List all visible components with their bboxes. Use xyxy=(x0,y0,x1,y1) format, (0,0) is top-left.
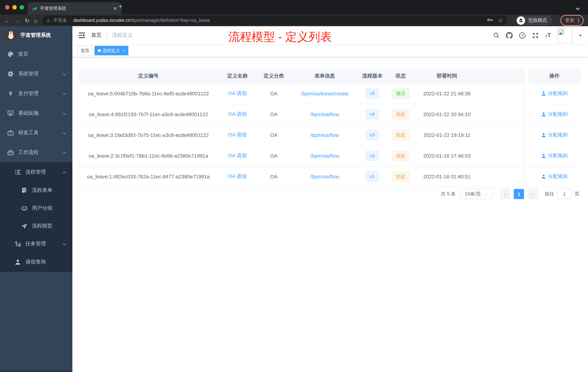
column-header: 部署时间 xyxy=(416,69,478,83)
column-header: 表单信息 xyxy=(290,69,359,83)
sidebar-item-system[interactable]: 系统管理 xyxy=(0,64,72,84)
sidebar-item-process-model[interactable]: 流程模型 xyxy=(0,217,72,235)
tab-close-icon[interactable]: ✕ xyxy=(113,6,117,11)
sidebar-item-process-management[interactable]: 流程管理 xyxy=(0,163,72,181)
sidebar-item-workflow[interactable]: 工作流程 xyxy=(0,143,72,162)
next-page-button[interactable]: › xyxy=(528,189,538,199)
window-controls[interactable] xyxy=(5,5,24,10)
github-icon[interactable] xyxy=(506,32,513,39)
assign-rule-button[interactable]: 分配规则 xyxy=(541,90,568,97)
back-icon[interactable]: ← xyxy=(4,18,10,23)
assign-rule-button[interactable]: 分配规则 xyxy=(541,173,568,180)
incognito-badge: 无痕模式 xyxy=(516,15,552,25)
sidebar-item-payment[interactable]: ¥ 支付管理 xyxy=(0,84,72,103)
tab-search-chevron-icon[interactable] xyxy=(576,5,580,12)
breadcrumb: 首页 / 流程定义 xyxy=(91,32,133,39)
sidebar-item-label: 系统管理 xyxy=(18,71,39,77)
definition-name-link[interactable]: OA 请假 xyxy=(228,132,247,138)
version-badge: v1 xyxy=(366,171,379,182)
app-logo[interactable]: 芋道管理系统 xyxy=(0,26,72,44)
version-cell: v4 xyxy=(359,104,386,125)
version-cell: v1 xyxy=(359,166,386,187)
paper-plane-icon xyxy=(21,223,28,229)
sidebar-item-label: 用户分组 xyxy=(32,205,52,211)
assign-rule-button[interactable]: 分配规则 xyxy=(541,132,568,138)
breadcrumb-home[interactable]: 首页 xyxy=(91,32,101,38)
sidebar-item-user-group[interactable]: 用户分组 xyxy=(0,199,72,217)
goto-page-input[interactable]: 1 xyxy=(557,189,572,199)
address-bar[interactable]: ⚠ 不安全 dashboard.yudao.iocoder.cn/bpm/man… xyxy=(42,16,507,25)
tag-close-icon[interactable]: × xyxy=(123,48,125,53)
action-cell: 分配规则 xyxy=(528,146,581,166)
sidebar-item-home[interactable]: 首页 xyxy=(0,44,72,64)
update-label[interactable]: 更新 xyxy=(565,17,575,24)
column-gutter xyxy=(524,69,528,83)
chevron-down-icon xyxy=(63,241,67,247)
form-info-cell: /bpm/oa/flow xyxy=(290,125,359,146)
bookmark-star-icon[interactable]: ☆ xyxy=(498,17,503,24)
form-info-link[interactable]: /bpm/oa/leave/create xyxy=(301,91,348,97)
help-icon[interactable]: ? xyxy=(519,32,526,39)
home-icon[interactable]: ⌂ xyxy=(34,18,37,23)
close-window-button[interactable] xyxy=(5,5,10,10)
prev-page-button[interactable]: ‹ xyxy=(500,189,510,199)
tab-title: 芋道管理系统 xyxy=(40,5,66,11)
form-info-link[interactable]: /bpm/oa/flow xyxy=(310,153,339,159)
form-info-link[interactable]: /bpm/oa/flow xyxy=(310,174,339,179)
annotation-title: 流程模型 - 定义列表 xyxy=(228,29,332,45)
favicon-seedling-icon xyxy=(32,6,37,11)
form-info-link[interactable]: /bpm/oa/flow xyxy=(310,111,339,117)
sidebar-collapse-icon[interactable] xyxy=(78,32,85,39)
gear-icon xyxy=(7,71,14,77)
column-spacer xyxy=(478,69,524,83)
chrome-update-button[interactable]: 更新 xyxy=(560,15,584,26)
fullscreen-icon[interactable] xyxy=(532,32,539,39)
row-spacer xyxy=(478,104,524,125)
current-page-button[interactable]: 1 xyxy=(514,189,524,199)
sidebar-item-process-form[interactable]: 流程表单 xyxy=(0,181,72,199)
browser-toolbar: ← → ↻ ⌂ ⚠ 不安全 dashboard.yudao.iocoder.cn… xyxy=(0,15,588,26)
form-info-cell: /bpm/oa/flow xyxy=(290,146,359,166)
sidebar-item-label: 首页 xyxy=(18,51,28,57)
goto-label: 前往 xyxy=(545,191,554,197)
new-tab-button[interactable]: + xyxy=(118,3,122,11)
sidebar-item-label: 请假查询 xyxy=(25,259,46,265)
minimize-window-button[interactable] xyxy=(12,5,17,10)
tag-home[interactable]: 首页 xyxy=(77,46,93,55)
avatar[interactable] xyxy=(557,28,572,43)
reload-icon[interactable]: ↻ xyxy=(25,18,29,23)
browser-menu-icon[interactable] xyxy=(578,18,579,23)
browser-tab[interactable]: 芋道管理系统 ✕ xyxy=(28,2,121,15)
form-info-link[interactable]: /bpm/oa/flow xyxy=(310,132,339,138)
definition-name-link[interactable]: OA 请假 xyxy=(228,153,247,159)
assign-rule-button[interactable]: 分配规则 xyxy=(541,153,568,159)
definition-name-cell: OA 请假 xyxy=(218,104,257,125)
sidebar-item-task-management[interactable]: 任务管理 xyxy=(0,235,72,253)
incognito-icon xyxy=(517,16,525,25)
browser-tabstrip: 芋道管理系统 ✕ + xyxy=(0,0,588,15)
zoom-window-button[interactable] xyxy=(20,5,24,10)
assign-rule-button[interactable]: 分配规则 xyxy=(541,111,568,118)
forward-icon[interactable]: → xyxy=(15,18,20,23)
sidebar-item-leave-query[interactable]: 请假查询 xyxy=(0,253,72,271)
status-badge: 挂起 xyxy=(392,151,410,161)
column-header: 操作 xyxy=(528,69,581,83)
definition-name-link[interactable]: OA 请假 xyxy=(228,90,247,97)
sidebar-item-devtools[interactable]: 研发工具 xyxy=(0,123,72,143)
list-icon xyxy=(15,169,21,175)
definition-name-link[interactable]: OA 请假 xyxy=(228,111,247,118)
search-icon[interactable] xyxy=(493,32,500,39)
page-url[interactable]: dashboard.yudao.iocoder.cn/bpm/manager/d… xyxy=(73,18,210,23)
tag-process-definition[interactable]: 流程定义 × xyxy=(94,46,128,55)
avatar-caret-icon[interactable]: ▼ xyxy=(578,33,582,37)
definition-name-link[interactable]: OA 请假 xyxy=(228,173,247,180)
form-info-cell: /bpm/oa/flow xyxy=(290,104,359,125)
table-header: 定义编号 定义名称 定义分类 表单信息 流程版本 状态 部署时间 操作 xyxy=(79,69,581,83)
page-size-select[interactable]: 10条/页 ⌄ xyxy=(460,189,493,199)
url-path: /bpm/manager/definition?key=oa_leave xyxy=(130,18,210,23)
font-size-icon[interactable]: TT xyxy=(545,33,551,38)
page-size-value: 10条/页 xyxy=(465,191,481,197)
key-icon[interactable] xyxy=(487,17,493,24)
security-label[interactable]: 不安全 xyxy=(53,17,67,23)
sidebar-item-infrastructure[interactable]: 基础设施 xyxy=(0,103,72,123)
